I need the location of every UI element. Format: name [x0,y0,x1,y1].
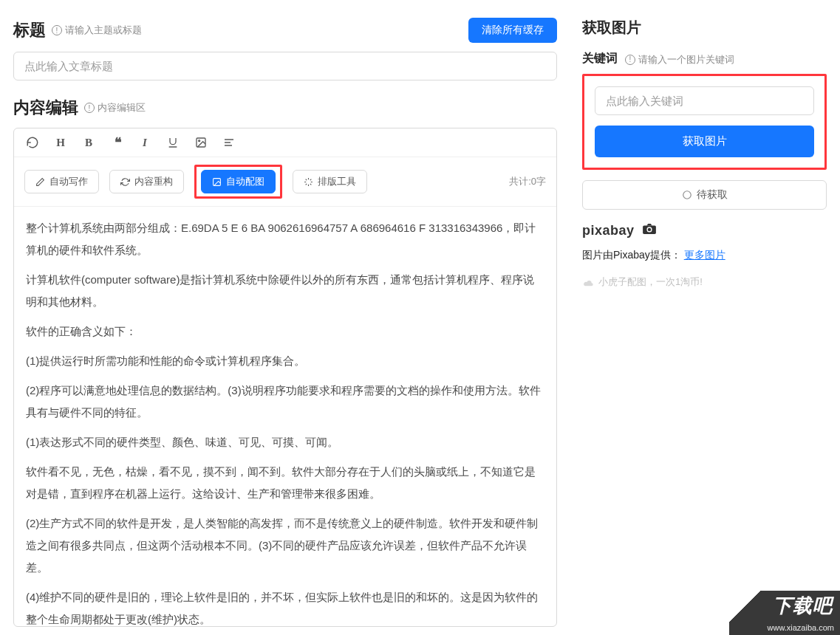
main-column: 标题 ! 请输入主题或标题 清除所有缓存 内容编辑 ! 内容编辑区 H B ❝ [0,0,570,635]
auto-write-button[interactable]: 自动写作 [24,170,99,193]
magic-icon [304,177,313,187]
image-small-icon [212,177,222,187]
paragraph: 软件的正确含义如下： [26,320,544,343]
svg-point-7 [683,191,691,199]
paragraph: 计算机软件(computer software)是指计算机系统中除硬件以外的所有… [26,269,544,313]
content-header: 内容编辑 ! 内容编辑区 [13,97,557,119]
clear-cache-button[interactable]: 清除所有缓存 [468,18,557,43]
keyword-label: 关键词 [582,52,618,64]
paragraph: (1)表达形式不同的硬件类型、颜色、味道、可见、可摸、可闻。 [26,431,544,453]
info-icon: ! [625,55,635,65]
keyword-row: 关键词 ! 请输入一个图片关键词 [582,51,827,66]
keyword-input[interactable] [595,86,814,115]
restructure-button[interactable]: 内容重构 [109,170,184,193]
highlighted-action: 自动配图 [194,165,282,199]
svg-point-2 [199,140,200,142]
undo-icon[interactable] [24,134,41,151]
refresh-icon [120,177,130,187]
get-image-header: 获取图片 [582,18,827,38]
image-icon[interactable] [193,134,209,151]
get-image-title: 获取图片 [582,18,641,38]
svg-point-10 [648,228,651,231]
more-images-link[interactable]: 更多图片 [684,249,725,261]
title-hint: ! 请输入主题或标题 [52,24,142,37]
pencil-icon [35,177,45,187]
fetch-image-button[interactable]: 获取图片 [595,126,814,157]
highlighted-side-box: 获取图片 [582,74,827,170]
paragraph: (2)程序可以满意地处理信息的数据结构。(3)说明程序功能要求和程序需要的文档的… [26,380,544,424]
title-input[interactable] [13,52,557,80]
cloud-icon [582,278,594,286]
paragraph: (2)生产方式不同的软件是开发，是人类智能的高发挥，而不是传统意义上的硬件制造。… [26,512,544,579]
keyword-hint: ! 请输入一个图片关键词 [625,53,734,66]
heading-icon[interactable]: H [52,134,69,151]
side-column: 获取图片 关键词 ! 请输入一个图片关键词 获取图片 待获取 pixabay 图… [570,0,840,635]
action-toolbar: 自动写作 内容重构 自动配图 排版工具 共计:0字 [14,157,556,207]
underline-icon[interactable] [165,134,181,151]
paragraph: (1)提供运行时所需功能和性能的命令或计算机程序集合。 [26,350,544,372]
cloud-note: 小虎子配图，一次1淘币! [582,275,827,289]
provider-line: 图片由Pixabay提供： 更多图片 [582,249,827,262]
align-left-icon[interactable] [221,134,237,151]
paragraph: 软件看不见，无色，枯燥，看不见，摸不到，闻不到。软件大部分存在于人们的头脑或纸上… [26,461,544,505]
info-icon: ! [52,25,62,35]
title-label: 标题 [13,19,46,41]
auto-image-button[interactable]: 自动配图 [201,170,276,193]
wait-button[interactable]: 待获取 [582,180,827,210]
content-hint: ! 内容编辑区 [84,101,146,114]
quote-icon[interactable]: ❝ [109,134,125,151]
italic-icon[interactable]: I [137,134,153,151]
title-header: 标题 ! 请输入主题或标题 清除所有缓存 [13,18,557,43]
editor-body[interactable]: 整个计算机系统由两部分组成：E.69DA 5 E 6 BA 9062616964… [14,207,556,626]
editor-container: H B ❝ I 自动写作 [13,128,557,627]
paragraph: 整个计算机系统由两部分组成：E.69DA 5 E 6 BA 9062616964… [26,217,544,261]
circle-icon [682,190,692,200]
char-counter: 共计:0字 [509,175,546,188]
bold-icon[interactable]: B [81,134,97,151]
pixabay-badge: pixabay [582,223,658,238]
content-label: 内容编辑 [13,97,78,119]
info-icon: ! [84,103,95,113]
layout-tool-button[interactable]: 排版工具 [293,170,367,193]
camera-icon [641,223,658,235]
format-toolbar: H B ❝ I [14,128,556,157]
paragraph: (4)维护不同的硬件是旧的，理论上软件是旧的，并不坏，但实际上软件也是旧的和坏的… [26,586,544,626]
